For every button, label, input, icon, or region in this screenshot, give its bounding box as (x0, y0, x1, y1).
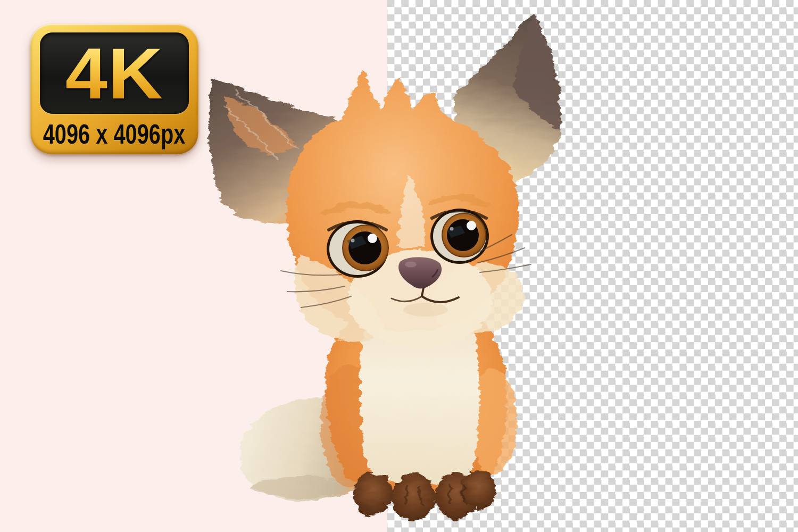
fox-right-eye (430, 209, 489, 264)
badge-dimensions-label: 4096 x 4096px (43, 121, 186, 148)
fox-paws (353, 470, 496, 520)
badge-dimensions-row: 4096 x 4096px (30, 114, 198, 154)
stock-image-preview: 4K 4096 x 4096px (0, 0, 798, 532)
badge-screen: 4K (40, 32, 189, 114)
fox-left-eye (327, 220, 388, 278)
badge-resolution-label: 4K (65, 37, 163, 109)
resolution-badge: 4K 4096 x 4096px (30, 24, 198, 154)
